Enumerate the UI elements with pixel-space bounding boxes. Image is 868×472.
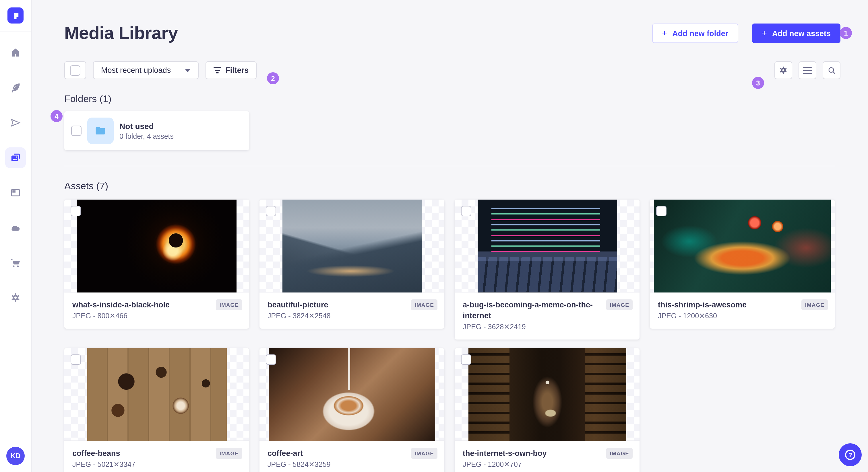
asset-meta: JPEG - 1200✕630 <box>658 311 747 321</box>
asset-text: what-s-inside-a-black-hole JPEG - 800✕46… <box>72 299 169 321</box>
asset-info: coffee-art JPEG - 5824✕3259 IMAGE <box>259 441 444 472</box>
add-new-assets-button[interactable]: + Add new assets <box>752 24 840 43</box>
section-divider <box>64 166 835 166</box>
sidebar-item-media-library[interactable] <box>5 147 26 168</box>
asset-checkbox[interactable] <box>461 206 471 216</box>
asset-meta: JPEG - 3824✕2548 <box>268 311 331 321</box>
toolbar-right <box>774 61 840 79</box>
asset-card[interactable]: beautiful-picture JPEG - 3824✕2548 IMAGE <box>259 200 444 329</box>
sort-dropdown[interactable]: Most recent uploads <box>93 61 198 79</box>
mountain-landscape-image <box>282 200 422 292</box>
asset-thumbnail[interactable] <box>455 200 640 293</box>
sidebar-item-release[interactable] <box>5 112 26 133</box>
strapi-logo-icon[interactable] <box>7 7 24 24</box>
tour-badge-4[interactable]: 4 <box>51 110 63 122</box>
tour-badge-2[interactable]: 2 <box>267 72 279 84</box>
asset-text: coffee-beans JPEG - 5021✕3347 <box>72 448 135 470</box>
filters-button[interactable]: Filters <box>205 61 257 79</box>
asset-text: this-shrimp-is-awesome JPEG - 1200✕630 <box>658 299 747 321</box>
chevron-down-icon <box>185 69 190 72</box>
asset-checkbox[interactable] <box>461 355 471 365</box>
filters-label: Filters <box>225 66 249 74</box>
pictures-icon <box>10 152 21 164</box>
tour-badge-3[interactable]: 3 <box>752 77 764 89</box>
add-new-assets-label: Add new assets <box>772 29 831 38</box>
asset-card[interactable]: what-s-inside-a-black-hole JPEG - 800✕46… <box>64 200 249 329</box>
folder-text: Not used 0 folder, 4 assets <box>119 121 174 140</box>
asset-checkbox[interactable] <box>656 206 666 216</box>
toolbar-left: Most recent uploads Filters <box>64 61 257 79</box>
header-actions: + Add new folder + Add new assets <box>652 24 840 43</box>
folder-tile <box>87 117 114 144</box>
asset-meta: JPEG - 5824✕3259 <box>268 460 331 470</box>
help-button[interactable]: ? <box>839 443 862 466</box>
mantis-shrimp-image <box>654 200 831 292</box>
asset-name: the-internet-s-own-boy <box>463 448 547 459</box>
plus-icon: + <box>762 28 767 38</box>
sidebar-item-cloud[interactable] <box>5 217 26 238</box>
gear-icon <box>778 65 788 75</box>
asset-text: a-bug-is-becoming-a-meme-on-the-internet… <box>463 299 602 332</box>
laptop-code-image <box>477 200 617 292</box>
asset-text: coffee-art JPEG - 5824✕3259 <box>268 448 331 470</box>
asset-card[interactable]: the-internet-s-own-boy JPEG - 1200✕707 I… <box>455 348 640 472</box>
asset-info: this-shrimp-is-awesome JPEG - 1200✕630 I… <box>650 293 835 329</box>
asset-name: what-s-inside-a-black-hole <box>72 299 169 310</box>
asset-text: the-internet-s-own-boy JPEG - 1200✕707 <box>463 448 547 470</box>
asset-checkbox[interactable] <box>266 206 276 216</box>
question-mark-icon: ? <box>845 450 856 460</box>
tour-badge-1[interactable]: 1 <box>840 27 852 39</box>
list-view-button[interactable] <box>799 61 816 79</box>
asset-name: a-bug-is-becoming-a-meme-on-the-internet <box>463 299 602 321</box>
search-button[interactable] <box>823 61 840 79</box>
asset-info: a-bug-is-becoming-a-meme-on-the-internet… <box>455 293 640 339</box>
feather-icon <box>10 82 21 94</box>
asset-thumbnail[interactable] <box>64 348 249 441</box>
sidebar-nav <box>0 42 31 308</box>
folder-subtitle: 0 folder, 4 assets <box>119 132 174 140</box>
asset-thumbnail[interactable] <box>455 348 640 441</box>
paper-plane-icon <box>10 117 21 129</box>
plus-icon: + <box>662 28 668 38</box>
add-new-folder-button[interactable]: + Add new folder <box>652 24 738 43</box>
folder-card[interactable]: Not used 0 folder, 4 assets <box>64 111 249 150</box>
folder-checkbox[interactable] <box>71 126 82 136</box>
view-settings-button[interactable] <box>774 61 792 79</box>
asset-info: beautiful-picture JPEG - 3824✕2548 IMAGE <box>259 293 444 329</box>
asset-card[interactable]: a-bug-is-becoming-a-meme-on-the-internet… <box>455 200 640 339</box>
sort-dropdown-value: Most recent uploads <box>101 66 171 74</box>
asset-checkbox[interactable] <box>71 355 81 365</box>
asset-checkbox[interactable] <box>266 355 276 365</box>
asset-type-badge: IMAGE <box>607 448 632 459</box>
asset-info: what-s-inside-a-black-hole JPEG - 800✕46… <box>64 293 249 329</box>
asset-checkbox[interactable] <box>71 206 81 216</box>
asset-type-badge: IMAGE <box>802 299 828 310</box>
asset-name: beautiful-picture <box>268 299 331 310</box>
add-new-folder-label: Add new folder <box>672 29 728 38</box>
asset-card[interactable]: this-shrimp-is-awesome JPEG - 1200✕630 I… <box>650 200 835 329</box>
asset-meta: JPEG - 5021✕3347 <box>72 460 135 470</box>
asset-type-badge: IMAGE <box>411 299 437 310</box>
select-all-button[interactable] <box>64 61 86 79</box>
asset-name: this-shrimp-is-awesome <box>658 299 747 310</box>
sidebar-item-settings[interactable] <box>5 287 26 308</box>
folder-icon <box>94 125 107 137</box>
asset-thumbnail[interactable] <box>650 200 835 293</box>
select-all-checkbox[interactable] <box>70 65 81 75</box>
asset-thumbnail[interactable] <box>64 200 249 293</box>
asset-thumbnail[interactable] <box>259 348 444 441</box>
sidebar-item-marketplace[interactable] <box>5 252 26 273</box>
avatar[interactable]: KD <box>6 447 25 465</box>
latte-art-image <box>269 348 435 441</box>
assets-grid: what-s-inside-a-black-hole JPEG - 800✕46… <box>64 200 835 472</box>
sidebar-item-home[interactable] <box>5 42 26 63</box>
home-icon <box>10 47 21 59</box>
filter-icon <box>213 67 221 73</box>
sidebar-item-content-manager[interactable] <box>5 182 26 203</box>
asset-card[interactable]: coffee-art JPEG - 5824✕3259 IMAGE <box>259 348 444 472</box>
sidebar-item-content[interactable] <box>5 77 26 98</box>
layout-icon <box>10 187 21 198</box>
asset-thumbnail[interactable] <box>259 200 444 293</box>
asset-card[interactable]: coffee-beans JPEG - 5021✕3347 IMAGE <box>64 348 249 472</box>
coffee-beans-image <box>87 348 226 441</box>
